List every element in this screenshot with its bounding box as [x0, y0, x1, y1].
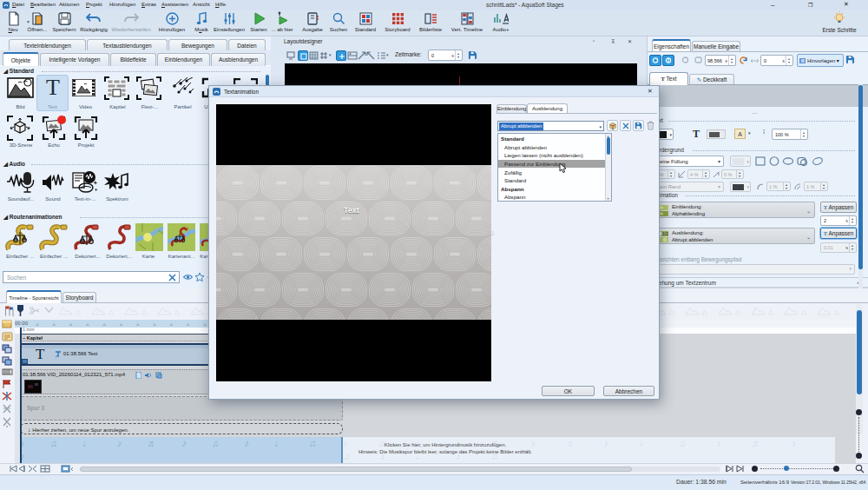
svg-text:1/2: 1/2 [662, 231, 668, 236]
